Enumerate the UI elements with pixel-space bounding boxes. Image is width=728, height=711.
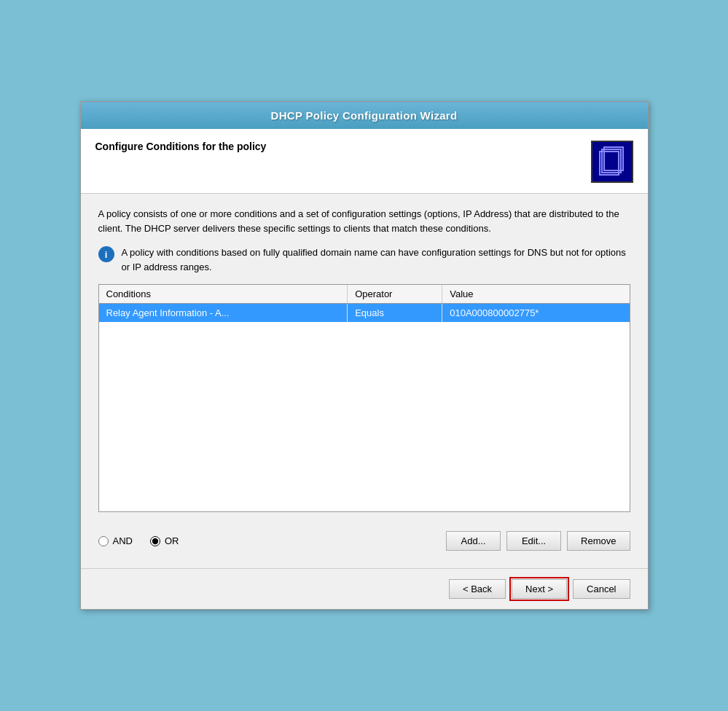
pages-icon (599, 146, 625, 177)
wizard-window: DHCP Policy Configuration Wizard Configu… (80, 101, 649, 610)
add-button[interactable]: Add... (446, 531, 501, 551)
conditions-table: Conditions Operator Value Relay Agent In… (99, 285, 630, 511)
col-value: Value (442, 285, 630, 304)
radio-and-text: AND (113, 535, 133, 546)
info-icon: i (98, 246, 114, 262)
action-buttons-row: Add... Edit... Remove (446, 531, 630, 551)
radio-buttons-row: AND OR (98, 535, 179, 546)
col-conditions: Conditions (99, 285, 348, 304)
header-title: Configure Conditions for the policy (95, 141, 267, 152)
cell-operator: Equals (348, 304, 442, 323)
radio-or-label[interactable]: OR (150, 535, 179, 546)
radio-and[interactable] (98, 536, 109, 546)
page-sheet-3 (599, 151, 619, 176)
empty-table-rows (99, 322, 630, 511)
cell-value: 010A000800002775* (442, 304, 630, 323)
description-text: A policy consists of one or more conditi… (98, 207, 630, 235)
radio-and-label[interactable]: AND (98, 535, 133, 546)
controls-row: AND OR Add... Edit... Remove (98, 524, 630, 555)
edit-button[interactable]: Edit... (506, 531, 561, 551)
header-icon (591, 141, 633, 183)
back-button[interactable]: < Back (449, 579, 506, 599)
content-area: Configure Conditions for the policy A po… (81, 129, 648, 568)
table-header-row: Conditions Operator Value (99, 285, 630, 304)
header-section: Configure Conditions for the policy (81, 129, 648, 194)
info-box: i A policy with conditions based on full… (98, 245, 630, 274)
info-message: A policy with conditions based on fully … (122, 245, 630, 274)
radio-or[interactable] (150, 536, 160, 546)
next-button[interactable]: Next > (512, 579, 567, 599)
remove-button[interactable]: Remove (567, 531, 630, 551)
col-operator: Operator (348, 285, 442, 304)
conditions-table-wrapper: Conditions Operator Value Relay Agent In… (98, 284, 630, 512)
table-row[interactable]: Relay Agent Information - A... Equals 01… (99, 304, 630, 323)
body-section: A policy consists of one or more conditi… (81, 194, 648, 568)
cell-conditions: Relay Agent Information - A... (99, 304, 348, 323)
window-title: DHCP Policy Configuration Wizard (271, 109, 458, 122)
cancel-button[interactable]: Cancel (573, 579, 630, 599)
footer-section: < Back Next > Cancel (81, 568, 648, 609)
title-bar: DHCP Policy Configuration Wizard (81, 102, 648, 129)
radio-or-text: OR (165, 535, 179, 546)
